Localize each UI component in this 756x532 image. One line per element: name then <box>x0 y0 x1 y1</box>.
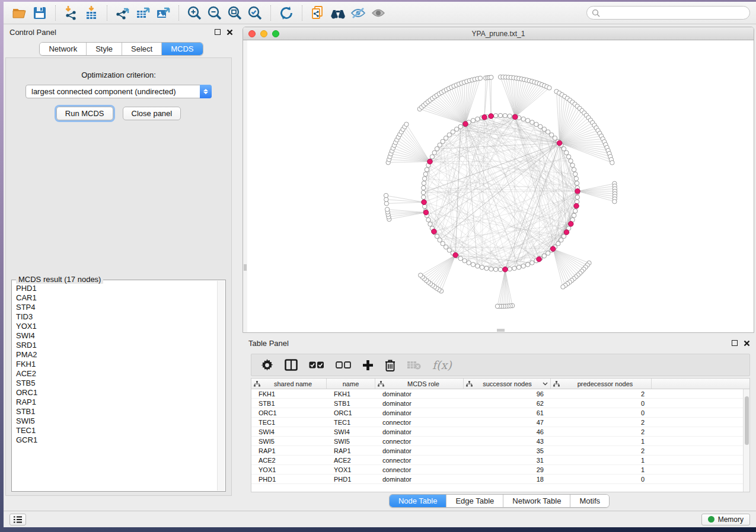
export-table-icon[interactable] <box>133 4 153 22</box>
network-graph[interactable] <box>243 40 754 332</box>
table-cell[interactable]: STB1 <box>327 399 375 408</box>
network-node[interactable] <box>422 185 426 190</box>
network-node[interactable] <box>384 197 388 201</box>
network-node[interactable] <box>566 155 570 159</box>
network-node[interactable] <box>521 264 525 268</box>
table-cell[interactable]: 31 <box>464 456 551 464</box>
tab-network[interactable]: Network <box>40 43 87 55</box>
mcds-result-item[interactable]: STP4 <box>16 303 217 312</box>
zoom-selected-icon[interactable] <box>245 4 265 22</box>
network-node[interactable] <box>435 146 439 150</box>
table-cell[interactable]: 29 <box>464 465 551 474</box>
select-all-icon[interactable] <box>309 358 324 372</box>
network-node[interactable] <box>542 254 546 258</box>
network-node[interactable] <box>458 124 462 129</box>
network-node[interactable] <box>530 261 534 265</box>
network-node[interactable] <box>493 114 497 118</box>
network-node[interactable] <box>489 75 493 79</box>
mcds-hub-node[interactable] <box>422 200 427 205</box>
network-node[interactable] <box>451 130 455 134</box>
close-panel-icon[interactable] <box>744 340 750 347</box>
tab-style[interactable]: Style <box>87 43 122 55</box>
table-cell[interactable]: ACE2 <box>251 456 327 464</box>
mcds-hub-node[interactable] <box>432 229 437 234</box>
network-node[interactable] <box>467 261 471 265</box>
mcds-hub-node[interactable] <box>463 121 468 127</box>
network-node[interactable] <box>572 168 576 172</box>
mcds-result-item[interactable]: SWI5 <box>16 416 217 426</box>
table-cell[interactable]: 0 <box>551 408 652 417</box>
mcds-result-item[interactable]: YOX1 <box>16 322 217 331</box>
network-node[interactable] <box>385 207 389 211</box>
table-cell[interactable]: RAP1 <box>251 446 327 455</box>
network-node[interactable] <box>441 139 445 143</box>
close-panel-button[interactable]: Close panel <box>123 107 181 120</box>
import-network-icon[interactable] <box>61 4 81 22</box>
table-cell[interactable]: 18 <box>464 475 551 483</box>
apply-layout-icon[interactable] <box>276 4 296 22</box>
network-node[interactable] <box>498 113 502 117</box>
table-cell[interactable]: STB1 <box>251 399 327 408</box>
network-node[interactable] <box>550 133 554 137</box>
network-node[interactable] <box>564 150 569 155</box>
network-node[interactable] <box>546 251 550 255</box>
network-node[interactable] <box>422 195 426 199</box>
tab-edge-table[interactable]: Edge Table <box>446 495 503 507</box>
table-row[interactable]: SWI4SWI4dominator462 <box>251 427 749 437</box>
network-node[interactable] <box>441 242 445 246</box>
table-cell[interactable]: 2 <box>551 418 652 427</box>
network-node[interactable] <box>428 222 432 226</box>
network-node[interactable] <box>419 273 423 277</box>
network-node[interactable] <box>478 76 482 80</box>
table-cell[interactable]: 2 <box>551 427 652 436</box>
table-cell[interactable]: dominator <box>375 408 464 417</box>
table-cell[interactable]: dominator <box>375 399 464 408</box>
network-node[interactable] <box>438 238 442 242</box>
table-cell[interactable]: connector <box>375 437 464 446</box>
network-window-titlebar[interactable]: YPA_prune.txt_1 <box>243 27 754 40</box>
table-row[interactable]: YOX1YOX1connector291 <box>251 465 749 475</box>
network-node[interactable] <box>476 117 480 121</box>
optimization-criterion-select[interactable]: largest connected component (undirected) <box>25 85 212 98</box>
column-header-successor-nodes[interactable]: successor nodes <box>464 379 551 389</box>
network-node[interactable] <box>425 168 429 172</box>
network-node[interactable] <box>512 266 516 270</box>
network-node[interactable] <box>569 159 573 163</box>
table-cell[interactable]: SWI4 <box>327 427 375 436</box>
mcds-result-item[interactable]: PMA2 <box>16 350 217 360</box>
mcds-result-item[interactable]: GCR1 <box>16 435 217 445</box>
show-columns-icon[interactable] <box>285 358 298 372</box>
table-cell[interactable]: dominator <box>375 427 464 436</box>
network-node[interactable] <box>384 201 388 206</box>
column-header-predecessor-nodes[interactable]: predecessor nodes <box>551 379 652 389</box>
network-node[interactable] <box>404 122 409 126</box>
network-node[interactable] <box>421 190 425 194</box>
table-cell[interactable]: RAP1 <box>327 446 375 455</box>
network-node[interactable] <box>480 265 484 270</box>
network-node[interactable] <box>498 267 502 271</box>
mcds-result-item[interactable]: STB5 <box>16 379 217 388</box>
table-cell[interactable]: 1 <box>551 456 652 464</box>
network-node[interactable] <box>613 199 617 203</box>
zoom-fit-icon[interactable] <box>225 4 245 22</box>
table-cell[interactable]: 62 <box>464 399 551 408</box>
table-cell[interactable]: ACE2 <box>327 456 375 464</box>
mcds-result-item[interactable]: SWI4 <box>16 331 217 341</box>
table-cell[interactable]: SWI5 <box>251 437 327 446</box>
column-header-name[interactable]: name <box>327 379 375 389</box>
table-cell[interactable]: 1 <box>551 437 652 446</box>
network-node[interactable] <box>525 262 529 267</box>
mcds-hub-node[interactable] <box>568 222 573 227</box>
tab-select[interactable]: Select <box>122 43 162 55</box>
network-node[interactable] <box>426 217 430 222</box>
table-cell[interactable]: TEC1 <box>251 418 327 427</box>
mcds-hub-node[interactable] <box>428 159 433 164</box>
network-node[interactable] <box>422 181 426 185</box>
network-node[interactable] <box>508 114 512 118</box>
network-node[interactable] <box>610 161 614 165</box>
zoom-out-icon[interactable] <box>205 4 225 22</box>
table-cell[interactable]: 61 <box>464 408 551 417</box>
delete-trash-icon[interactable] <box>385 358 395 372</box>
network-node[interactable] <box>556 242 560 246</box>
mcds-hub-node[interactable] <box>482 115 487 120</box>
